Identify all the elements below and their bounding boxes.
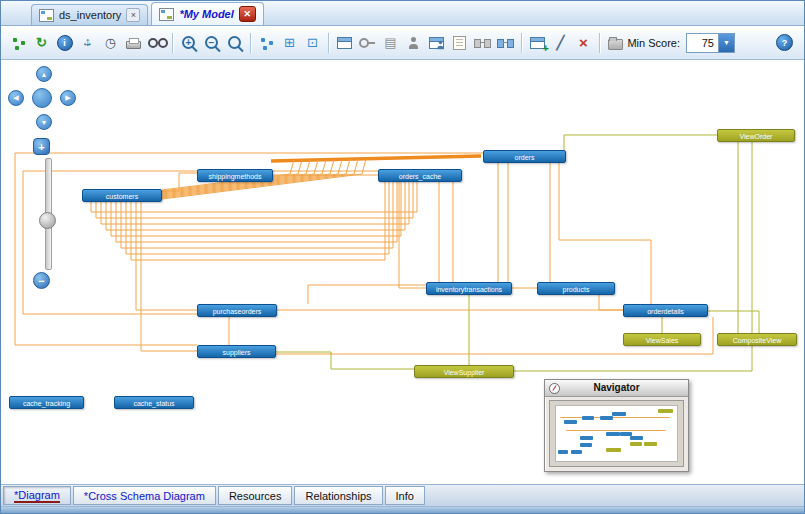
orthogonal-layout-icon[interactable]: ⊡	[301, 31, 324, 54]
zoom-in-button[interactable]: +	[33, 138, 50, 155]
entity-orderdetails[interactable]: orderdetails	[623, 304, 708, 317]
entity-ViewOrder[interactable]: ViewOrder	[717, 129, 795, 142]
entity-products[interactable]: products	[537, 282, 615, 295]
toolbar-separator	[328, 33, 329, 53]
min-score-group: Min Score: 75 ▼	[627, 33, 735, 53]
entity-cache_status[interactable]: cache_status	[114, 396, 194, 409]
diagram-canvas[interactable]: ▲ ◀ ▶ ▼ + − Navigator	[1, 60, 804, 484]
entity-suppliers[interactable]: suppliers	[197, 345, 276, 358]
zoom-slider-thumb[interactable]	[39, 212, 56, 229]
min-score-label: Min Score:	[627, 37, 680, 49]
tab-info[interactable]: Info	[385, 486, 425, 505]
chevron-down-icon[interactable]: ▼	[718, 34, 734, 52]
toolbar-separator	[250, 33, 251, 53]
entity-CompositeView[interactable]: CompositeView	[717, 333, 797, 346]
tab-resources[interactable]: Resources	[218, 486, 293, 505]
entity-permissions-icon[interactable]	[425, 31, 448, 54]
close-tab-icon[interactable]: ×	[126, 8, 140, 22]
open-folder-icon[interactable]	[604, 31, 627, 54]
tab-label: *My Model	[179, 8, 233, 20]
find-icon[interactable]	[145, 31, 168, 54]
relationship-icon[interactable]	[471, 31, 494, 54]
entity-purchaseorders[interactable]: purchaseorders	[197, 304, 277, 317]
tab-cross-schema-diagram[interactable]: *Cross Schema Diagram	[73, 486, 216, 505]
toolbar-separator	[521, 33, 522, 53]
tab-my-model[interactable]: *My Model ✕	[151, 2, 263, 25]
pan-right-button[interactable]: ▶	[60, 90, 76, 106]
pan-down-button[interactable]: ▼	[36, 114, 52, 130]
auto-layout-icon[interactable]	[255, 31, 278, 54]
pan-left-button[interactable]: ◀	[8, 90, 24, 106]
help-button[interactable]: ?	[773, 31, 796, 54]
history-clock-icon[interactable]: ◷	[99, 31, 122, 54]
new-diagram-icon[interactable]	[526, 31, 549, 54]
new-entity-icon[interactable]	[333, 31, 356, 54]
min-score-value: 75	[687, 34, 718, 52]
app-window: ds_inventory × *My Model ✕ ↻ i ↔↕ ◷ + − …	[0, 0, 805, 514]
hierarchic-layout-icon[interactable]: ⊞	[278, 31, 301, 54]
navigator-title: Navigator	[545, 380, 688, 397]
primary-key-icon[interactable]	[356, 31, 379, 54]
fit-to-window-icon[interactable]: ↔↕	[76, 31, 99, 54]
tab-relationships[interactable]: Relationships	[294, 486, 382, 505]
navigator-panel[interactable]: Navigator	[544, 379, 689, 472]
delete-icon[interactable]: ×	[572, 31, 595, 54]
print-icon[interactable]	[122, 31, 145, 54]
entity-orders_cache[interactable]: orders_cache	[378, 169, 462, 182]
toolbar-separator	[599, 33, 600, 53]
toolbar: ↻ i ↔↕ ◷ + − ⊞ ⊡ ▤ ╱ × Min Score: 75	[1, 26, 804, 60]
entity-ViewSupplier[interactable]: ViewSupplier	[414, 365, 514, 378]
window-bottom-edge	[1, 506, 804, 513]
tab-label: ds_inventory	[59, 9, 121, 21]
draw-line-icon[interactable]: ╱	[549, 31, 572, 54]
navigator-body	[549, 400, 684, 467]
model-overview-icon[interactable]	[7, 31, 30, 54]
attribute-icon[interactable]: ▤	[379, 31, 402, 54]
tab-ds-inventory[interactable]: ds_inventory ×	[31, 4, 148, 25]
diagram-doc-icon	[39, 9, 54, 22]
entity-shippingmethods[interactable]: shippingmethods	[197, 169, 273, 182]
diagram-doc-icon	[159, 8, 174, 21]
info-icon[interactable]: i	[53, 31, 76, 54]
zoom-reset-icon[interactable]	[223, 31, 246, 54]
entity-ViewSales[interactable]: ViewSales	[623, 333, 701, 346]
entity-customers[interactable]: customers	[82, 189, 162, 202]
zoom-out-button[interactable]: −	[33, 272, 50, 289]
entity-orders[interactable]: orders	[483, 150, 566, 163]
toolbar-separator	[172, 33, 173, 53]
note-icon[interactable]	[448, 31, 471, 54]
tab-diagram[interactable]: *Diagram	[3, 486, 71, 505]
identifying-relationship-icon[interactable]	[494, 31, 517, 54]
document-tab-bar: ds_inventory × *My Model ✕	[1, 1, 804, 26]
pan-up-button[interactable]: ▲	[36, 66, 52, 82]
user-icon[interactable]	[402, 31, 425, 54]
zoom-in-icon[interactable]: +	[177, 31, 200, 54]
refresh-icon[interactable]: ↻	[30, 31, 53, 54]
navigator-minimap[interactable]	[555, 405, 678, 462]
close-tab-icon[interactable]: ✕	[239, 6, 256, 22]
entity-cache_tracking[interactable]: cache_tracking	[9, 396, 84, 409]
view-tab-bar: *Diagram *Cross Schema Diagram Resources…	[1, 484, 804, 506]
compass-icon	[549, 383, 560, 394]
zoom-out-icon[interactable]: −	[200, 31, 223, 54]
entity-inventorytransactions[interactable]: inventorytransactions	[426, 282, 512, 295]
min-score-dropdown[interactable]: 75 ▼	[686, 33, 735, 53]
pan-center-button[interactable]	[32, 88, 52, 108]
